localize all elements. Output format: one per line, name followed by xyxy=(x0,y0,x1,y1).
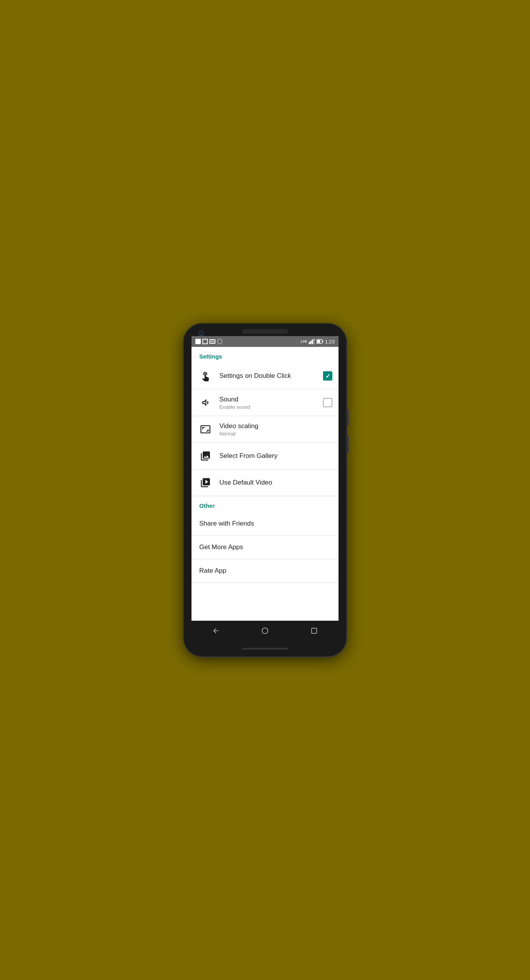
sound-item[interactable]: Sound Enable sound xyxy=(191,389,339,416)
sound-checkbox[interactable] xyxy=(323,398,332,407)
phone-screen: LTE 1:23 Settings xyxy=(191,336,339,641)
share-item[interactable]: Share with Friends xyxy=(191,512,339,536)
gallery-title: Select From Gallery xyxy=(219,452,332,460)
svg-rect-10 xyxy=(311,628,316,633)
svg-rect-6 xyxy=(322,341,323,342)
notification-icon-4 xyxy=(217,339,222,344)
volume-up-button[interactable] xyxy=(346,409,349,426)
gallery-icon xyxy=(198,448,213,464)
phone-frame: LTE 1:23 Settings xyxy=(184,324,346,656)
sound-text: Sound Enable sound xyxy=(219,396,318,410)
checked-box[interactable] xyxy=(323,371,332,381)
recents-button[interactable] xyxy=(303,623,326,639)
rate-item[interactable]: Rate App xyxy=(191,559,339,583)
status-bar: LTE 1:23 xyxy=(191,336,339,347)
svg-point-9 xyxy=(262,628,268,634)
double-click-item[interactable]: Settings on Double Click xyxy=(191,363,339,389)
more-apps-text: Get More Apps xyxy=(199,543,243,551)
home-button[interactable] xyxy=(253,623,277,639)
back-button[interactable] xyxy=(204,623,227,639)
status-left-icons xyxy=(195,339,222,344)
rate-text: Rate App xyxy=(199,567,226,575)
double-click-text: Settings on Double Click xyxy=(219,372,318,380)
share-text: Share with Friends xyxy=(199,520,254,528)
gallery-text: Select From Gallery xyxy=(219,452,332,460)
sound-subtitle: Enable sound xyxy=(219,404,318,410)
battery-icon xyxy=(316,339,323,344)
notification-icon-1 xyxy=(195,339,201,344)
video-scaling-icon xyxy=(198,422,213,437)
bottom-spacer xyxy=(191,583,339,598)
settings-section-header: Settings xyxy=(191,347,339,363)
video-scaling-subtitle: Normal xyxy=(219,431,332,437)
more-apps-item[interactable]: Get More Apps xyxy=(191,536,339,559)
unchecked-box[interactable] xyxy=(323,398,332,407)
video-scaling-text: Video scaling Normal xyxy=(219,422,332,437)
notification-icon-3 xyxy=(209,339,215,344)
default-video-title: Use Default Video xyxy=(219,479,332,487)
status-right-icons: LTE 1:23 xyxy=(301,339,335,345)
lte-icon: LTE xyxy=(301,340,307,343)
screen-content: Settings Settings on Double Click xyxy=(191,347,339,621)
default-video-item[interactable]: Use Default Video xyxy=(191,470,339,496)
camera xyxy=(198,331,204,336)
video-scaling-title: Video scaling xyxy=(219,422,332,430)
phone-top xyxy=(184,324,346,334)
sound-icon xyxy=(198,395,213,410)
double-click-icon xyxy=(198,368,213,384)
other-section-header: Other xyxy=(191,496,339,512)
volume-down-button[interactable] xyxy=(346,436,349,453)
speaker xyxy=(242,329,288,334)
gallery-item[interactable]: Select From Gallery xyxy=(191,443,339,470)
double-click-title: Settings on Double Click xyxy=(219,372,318,380)
double-click-checkbox[interactable] xyxy=(323,371,332,381)
signal-icon xyxy=(309,339,315,344)
default-video-icon xyxy=(198,475,213,490)
time-display: 1:23 xyxy=(325,339,335,345)
default-video-text: Use Default Video xyxy=(219,479,332,487)
home-indicator xyxy=(242,648,288,650)
phone-bottom xyxy=(242,641,288,656)
notification-icon-2 xyxy=(202,339,208,344)
sound-title: Sound xyxy=(219,396,318,403)
video-scaling-item[interactable]: Video scaling Normal xyxy=(191,416,339,443)
nav-bar xyxy=(191,621,339,641)
